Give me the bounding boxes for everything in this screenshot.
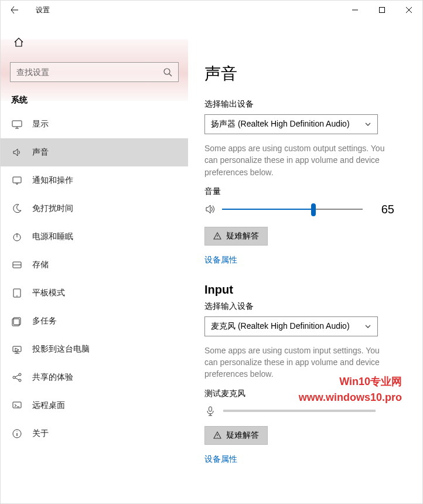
home-button[interactable] — [5, 28, 33, 56]
sidebar-item-moon[interactable]: 免打扰时间 — [1, 195, 188, 223]
close-button[interactable] — [395, 1, 422, 19]
svg-point-10 — [13, 376, 15, 379]
svg-rect-0 — [380, 8, 385, 13]
input-heading: Input — [204, 283, 406, 297]
titlebar: 设置 — [1, 1, 422, 19]
sidebar-item-remote[interactable]: 远程桌面 — [1, 391, 188, 420]
minimize-icon — [352, 7, 358, 13]
sidebar-item-label: 平板模式 — [32, 288, 65, 298]
svg-point-11 — [19, 373, 21, 376]
input-device-properties-link[interactable]: 设备属性 — [204, 454, 237, 465]
sidebar-item-project[interactable]: 投影到这台电脑 — [1, 335, 188, 363]
sidebar-item-tablet[interactable]: 平板模式 — [1, 279, 188, 307]
svg-point-1 — [164, 69, 170, 74]
sidebar-item-sound[interactable]: 声音 — [1, 138, 188, 166]
display-icon — [11, 118, 23, 130]
output-device-label: 选择输出设备 — [204, 99, 406, 110]
warning-icon — [213, 232, 221, 240]
sidebar-item-label: 显示 — [32, 119, 49, 130]
sidebar-item-share[interactable]: 共享的体验 — [1, 363, 188, 391]
volume-slider-row: 65 — [204, 203, 406, 216]
output-hint: Some apps are using custom output settin… — [204, 142, 392, 178]
svg-rect-2 — [12, 121, 22, 127]
sound-icon — [11, 147, 23, 158]
volume-value: 65 — [377, 203, 394, 216]
input-hint: Some apps are using custom input setting… — [204, 345, 392, 380]
window-title: 设置 — [36, 5, 50, 15]
sidebar-item-label: 多任务 — [32, 316, 57, 326]
notify-icon — [11, 175, 23, 186]
maximize-button[interactable] — [369, 1, 395, 19]
output-device-dropdown[interactable]: 扬声器 (Realtek High Definition Audio) — [204, 114, 378, 134]
about-icon — [11, 428, 23, 440]
input-device-value: 麦克风 (Realtek High Definition Audio) — [211, 321, 364, 332]
svg-rect-3 — [13, 177, 21, 183]
sidebar-item-display[interactable]: 显示 — [1, 110, 188, 138]
back-button[interactable] — [5, 1, 24, 19]
volume-label: 音量 — [204, 186, 406, 197]
test-mic-label: 测试麦克风 — [204, 389, 406, 399]
sidebar-item-label: 声音 — [32, 147, 49, 158]
close-icon — [406, 7, 412, 13]
sidebar-item-multitask[interactable]: 多任务 — [1, 307, 188, 335]
sidebar-item-label: 远程桌面 — [32, 400, 65, 411]
back-arrow-icon — [11, 6, 19, 14]
moon-icon — [11, 203, 23, 214]
category-header: 系统 — [11, 95, 178, 105]
sidebar-item-label: 投影到这台电脑 — [32, 344, 90, 355]
speaker-icon[interactable] — [204, 203, 216, 215]
sidebar-item-label: 电源和睡眠 — [32, 231, 73, 242]
sidebar-item-label: 存储 — [32, 260, 49, 270]
input-device-dropdown[interactable]: 麦克风 (Realtek High Definition Audio) — [204, 316, 378, 336]
remote-icon — [11, 400, 23, 411]
slider-thumb[interactable] — [311, 203, 316, 216]
nav-list: 显示声音通知和操作免打扰时间电源和睡眠存储平板模式多任务投影到这台电脑共享的体验… — [1, 110, 188, 448]
sidebar-item-label: 免打扰时间 — [32, 203, 73, 214]
output-troubleshoot-button[interactable]: 疑难解答 — [204, 227, 268, 246]
page-title: 声音 — [204, 63, 406, 85]
volume-slider[interactable] — [222, 209, 363, 210]
svg-point-12 — [19, 379, 21, 382]
sidebar-item-storage[interactable]: 存储 — [1, 251, 188, 279]
sidebar: 系统 显示声音通知和操作免打扰时间电源和睡眠存储平板模式多任务投影到这台电脑共享… — [1, 19, 188, 503]
power-icon — [11, 231, 23, 243]
chevron-down-icon — [364, 323, 371, 330]
content: 声音 选择输出设备 扬声器 (Realtek High Definition A… — [188, 19, 422, 503]
input-device-label: 选择输入设备 — [204, 301, 406, 312]
input-troubleshoot-button[interactable]: 疑难解答 — [204, 426, 268, 445]
sidebar-item-label: 通知和操作 — [32, 175, 73, 186]
output-device-properties-link[interactable]: 设备属性 — [204, 255, 237, 265]
svg-rect-15 — [209, 407, 212, 411]
sidebar-item-notify[interactable]: 通知和操作 — [1, 166, 188, 195]
tablet-icon — [11, 287, 23, 299]
multitask-icon — [11, 315, 23, 327]
sidebar-item-label: 关于 — [32, 428, 49, 439]
output-device-value: 扬声器 (Realtek High Definition Audio) — [211, 119, 364, 130]
share-icon — [11, 372, 23, 383]
mic-test-row — [204, 405, 406, 417]
warning-icon — [213, 431, 221, 440]
search-box[interactable] — [10, 62, 179, 82]
maximize-icon — [379, 7, 385, 13]
sidebar-item-power[interactable]: 电源和睡眠 — [1, 223, 188, 251]
search-icon — [163, 67, 172, 77]
microphone-icon — [204, 405, 216, 417]
sidebar-item-label: 共享的体验 — [32, 372, 73, 383]
home-icon — [13, 37, 24, 47]
chevron-down-icon — [364, 121, 371, 128]
project-icon — [11, 343, 23, 355]
search-input[interactable] — [16, 67, 163, 77]
storage-icon — [11, 259, 23, 271]
mic-level-bar — [223, 410, 376, 412]
sidebar-item-about[interactable]: 关于 — [1, 420, 188, 448]
minimize-button[interactable] — [342, 1, 369, 19]
